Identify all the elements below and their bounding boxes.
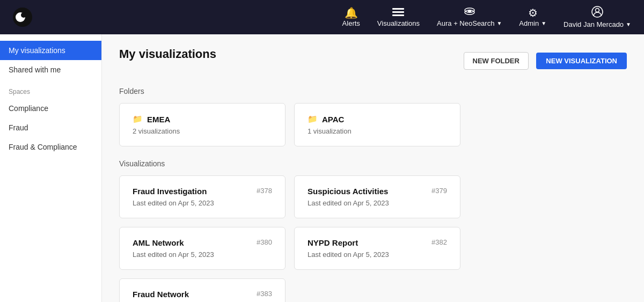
viz-card-fraud-investigation[interactable]: Fraud Investigation #378 Last edited on … xyxy=(119,175,286,218)
chevron-down-icon: ▼ xyxy=(626,21,631,27)
svg-rect-4 xyxy=(392,11,404,13)
visualizations-section-label: Visualizations xyxy=(119,159,627,168)
viz-card-header: Suspicious Activities #379 xyxy=(308,187,447,196)
folder-apac-title: 📁 APAC xyxy=(308,114,447,124)
folder-icon: 📁 xyxy=(133,114,143,124)
folder-card-apac[interactable]: 📁 APAC 1 visualization xyxy=(294,103,460,146)
viz-card-header: AML Network #380 xyxy=(133,238,272,247)
folder-card-emea[interactable]: 📁 EMEA 2 visualizations xyxy=(119,103,286,146)
nav-user-dropdown: David Jan Mercado ▼ xyxy=(564,20,631,28)
viz-card-header: Fraud Investigation #378 xyxy=(133,187,272,196)
folder-emea-count: 2 visualizations xyxy=(133,127,272,135)
viz-card-header: Fraud Network #383 xyxy=(133,290,272,299)
viz-title: Fraud Network xyxy=(133,290,189,299)
folder-emea-title: 📁 EMEA xyxy=(133,114,272,124)
svg-point-10 xyxy=(596,9,599,12)
main-content: My visualizations NEW FOLDER NEW VISUALI… xyxy=(102,34,644,302)
bell-icon: 🔔 xyxy=(345,8,358,18)
nav-alerts[interactable]: 🔔 Alerts xyxy=(342,8,360,27)
viz-card-header: NYPD Report #382 xyxy=(308,238,447,247)
viz-card-suspicious-activities[interactable]: Suspicious Activities #379 Last edited o… xyxy=(294,175,460,218)
viz-id: #379 xyxy=(431,187,447,195)
viz-date: Last edited on Apr 5, 2023 xyxy=(133,251,272,259)
logo[interactable] xyxy=(13,8,32,27)
nav-visualizations[interactable]: Visualizations xyxy=(377,8,420,27)
nav-aura-neosearch-dropdown: Aura + NeoSearch ▼ xyxy=(437,19,502,27)
viz-id: #383 xyxy=(257,290,272,298)
nav-aura-neosearch-label: Aura + NeoSearch xyxy=(437,19,494,27)
viz-id: #380 xyxy=(257,238,272,246)
viz-date: Last edited on Apr 5, 2023 xyxy=(133,199,272,207)
user-icon xyxy=(591,6,603,19)
folders-grid: 📁 EMEA 2 visualizations 📁 APAC 1 visuali… xyxy=(119,103,627,146)
svg-rect-5 xyxy=(392,14,404,16)
new-visualization-button[interactable]: NEW VISUALIZATION xyxy=(536,53,627,69)
sidebar: My visualizations Shared with me Spaces … xyxy=(0,34,102,302)
nav-user-label: David Jan Mercado xyxy=(564,20,624,28)
header-actions: NEW FOLDER NEW VISUALIZATION xyxy=(464,52,627,70)
nav-admin-dropdown: Admin ▼ xyxy=(519,19,546,27)
viz-id: #378 xyxy=(257,187,272,195)
page-title: My visualizations xyxy=(119,47,216,61)
nav-admin-label: Admin xyxy=(519,19,539,27)
header: 🔔 Alerts Visualizations xyxy=(0,0,644,34)
viz-card-fraud-network[interactable]: Fraud Network #383 Last edited on Apr 5,… xyxy=(119,278,286,302)
viz-id: #382 xyxy=(431,238,447,246)
chevron-down-icon: ▼ xyxy=(496,20,502,26)
visualizations-icon xyxy=(392,8,404,18)
viz-card-aml-network[interactable]: AML Network #380 Last edited on Apr 5, 2… xyxy=(119,227,286,270)
viz-date: Last edited on Apr 5, 2023 xyxy=(308,251,447,259)
svg-point-8 xyxy=(468,10,471,13)
app-body: My visualizations Shared with me Spaces … xyxy=(0,34,644,302)
viz-title: NYPD Report xyxy=(308,238,358,247)
gear-icon: ⚙ xyxy=(528,8,538,18)
nav-aura-neosearch[interactable]: Aura + NeoSearch ▼ xyxy=(437,7,502,27)
viz-title: Fraud Investigation xyxy=(133,187,207,196)
chevron-down-icon: ▼ xyxy=(541,20,546,26)
header-nav: 🔔 Alerts Visualizations xyxy=(342,6,631,28)
viz-title: AML Network xyxy=(133,238,184,247)
nav-alerts-label: Alerts xyxy=(342,19,360,27)
viz-title: Suspicious Activities xyxy=(308,187,388,196)
aura-icon xyxy=(464,7,475,18)
folders-section-label: Folders xyxy=(119,87,627,95)
folder-icon: 📁 xyxy=(308,114,318,124)
svg-rect-3 xyxy=(392,8,404,10)
page-header: My visualizations NEW FOLDER NEW VISUALI… xyxy=(119,47,627,74)
nav-admin[interactable]: ⚙ Admin ▼ xyxy=(519,8,546,27)
viz-date: Last edited on Apr 5, 2023 xyxy=(308,199,447,207)
sidebar-item-compliance[interactable]: Compliance xyxy=(0,99,101,118)
viz-card-nypd-report[interactable]: NYPD Report #382 Last edited on Apr 5, 2… xyxy=(294,227,460,270)
folder-apac-count: 1 visualization xyxy=(308,127,447,135)
nav-user[interactable]: David Jan Mercado ▼ xyxy=(564,6,631,28)
new-folder-button[interactable]: NEW FOLDER xyxy=(464,52,529,70)
sidebar-spaces-label: Spaces xyxy=(0,79,101,99)
sidebar-item-fraud[interactable]: Fraud xyxy=(0,118,101,137)
sidebar-item-my-visualizations[interactable]: My visualizations xyxy=(0,41,101,60)
sidebar-item-fraud-compliance[interactable]: Fraud & Compliance xyxy=(0,137,101,157)
nav-visualizations-label: Visualizations xyxy=(377,19,420,27)
visualizations-grid: Fraud Investigation #378 Last edited on … xyxy=(119,175,627,302)
sidebar-item-shared-with-me[interactable]: Shared with me xyxy=(0,60,101,79)
svg-point-2 xyxy=(21,12,26,18)
